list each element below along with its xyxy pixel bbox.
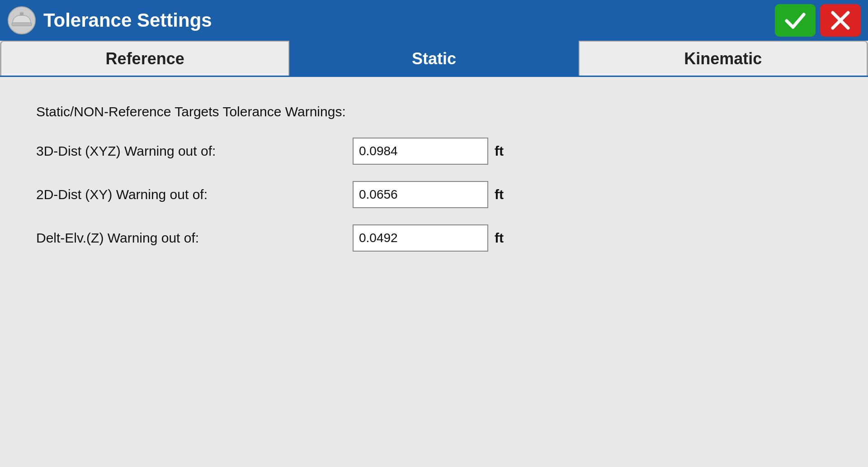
- label-elv: Delt-Elv.(Z) Warning out of:: [36, 230, 353, 246]
- form-row-3d: 3D-Dist (XYZ) Warning out of: ft: [36, 138, 832, 165]
- tabs-bar: Reference Static Kinematic: [0, 41, 868, 77]
- header-buttons: [775, 4, 861, 37]
- header: Tolerance Settings: [0, 0, 868, 41]
- svg-rect-1: [12, 23, 32, 26]
- tab-reference[interactable]: Reference: [0, 41, 289, 76]
- confirm-button[interactable]: [775, 4, 816, 37]
- x-icon: [828, 8, 853, 33]
- input-elv[interactable]: [353, 224, 488, 252]
- hardhat-icon: [7, 6, 36, 35]
- section-label: Static/NON-Reference Targets Tolerance W…: [36, 104, 832, 119]
- tab-kinematic[interactable]: Kinematic: [579, 41, 868, 76]
- unit-3d: ft: [495, 143, 504, 159]
- form-row-elv: Delt-Elv.(Z) Warning out of: ft: [36, 224, 832, 252]
- checkmark-icon: [783, 8, 807, 33]
- label-3d: 3D-Dist (XYZ) Warning out of:: [36, 143, 353, 159]
- label-2d: 2D-Dist (XY) Warning out of:: [36, 187, 353, 202]
- svg-rect-2: [20, 12, 24, 16]
- tab-static[interactable]: Static: [289, 41, 578, 76]
- content-area: Static/NON-Reference Targets Tolerance W…: [0, 77, 868, 467]
- page-title: Tolerance Settings: [43, 10, 775, 31]
- input-3d[interactable]: [353, 138, 488, 165]
- input-2d[interactable]: [353, 181, 488, 208]
- unit-elv: ft: [495, 230, 504, 246]
- cancel-button[interactable]: [820, 4, 861, 37]
- form-row-2d: 2D-Dist (XY) Warning out of: ft: [36, 181, 832, 208]
- unit-2d: ft: [495, 187, 504, 202]
